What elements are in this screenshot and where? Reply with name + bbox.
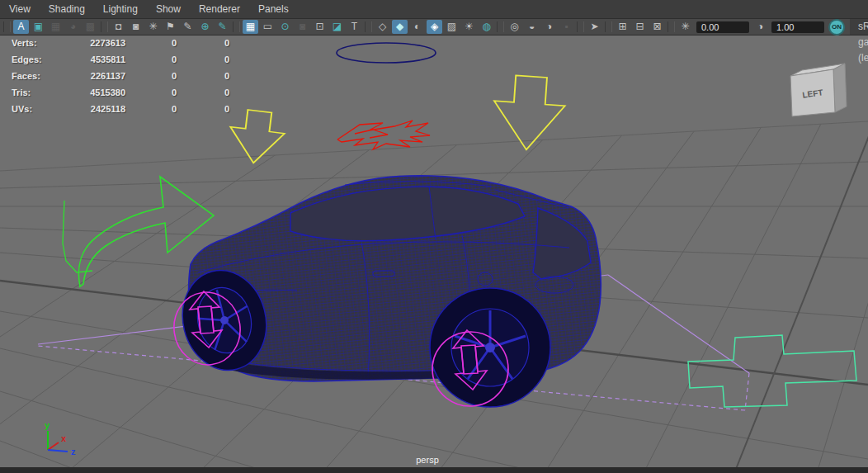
color-space-label[interactable]: sRGB gamma (legacy): [850, 19, 868, 35]
menu-view[interactable]: View: [0, 0, 40, 18]
shaded-cube-button[interactable]: ◆: [392, 20, 408, 34]
contrast-icon[interactable]: ◑: [752, 20, 768, 34]
film-gate-icon[interactable]: ▭: [260, 20, 276, 34]
hud-row-edges: Edges: 4535811 0 0: [12, 54, 229, 71]
hud-total-value: 2261137: [63, 71, 125, 88]
hud-selected-value: 0: [125, 71, 177, 88]
bookmark-icon[interactable]: ⚑: [163, 20, 178, 34]
axis-x-label: x: [61, 433, 67, 443]
menu-shading[interactable]: Shading: [40, 0, 94, 18]
toolbar-grip: [668, 21, 675, 32]
occlusion-icon[interactable]: ◑: [541, 20, 557, 34]
pencil-icon[interactable]: ✎: [215, 20, 230, 34]
menu-show[interactable]: Show: [147, 0, 190, 18]
camera-name-label: persp: [416, 455, 439, 465]
panel-menu-bar: ViewShadingLightingShowRendererPanels: [0, 0, 868, 19]
panel-toolbar: A▣▦◕▩◘◙✳⚑✎⊕✎▦▭⊙◙⊡◪T◇◆◐◈▨☀◍◎◒◑▪➤⊞⊟⊠✳ 0.00…: [0, 19, 868, 35]
hud-selected-value: 0: [125, 54, 177, 71]
gate-mask-icon[interactable]: ◙: [295, 20, 310, 34]
hud-selected-value: 0: [125, 104, 177, 121]
menu-panels[interactable]: Panels: [249, 0, 298, 18]
axis-y-label: y: [45, 420, 50, 430]
hud-total-value: 4515380: [63, 88, 125, 104]
maya-viewport-panel: LEFT y x z persp ViewShadingLightingShow…: [0, 0, 868, 473]
exposure-icon[interactable]: ✳: [677, 20, 693, 34]
panel-bottom-edge: [0, 467, 868, 473]
toolbar-grip: [3, 21, 11, 32]
hud-row-label: Verts:: [12, 38, 63, 54]
camera-settings-icon[interactable]: ✳: [145, 20, 161, 34]
field-chart-icon[interactable]: ⊡: [312, 20, 328, 34]
copy-buffer-icon[interactable]: ⊞: [615, 20, 630, 34]
wireframe-cube-icon[interactable]: ◇: [375, 20, 390, 34]
car-rear-wheel: [430, 288, 550, 407]
axis-z-label: z: [71, 447, 76, 456]
hud-component-value: 0: [177, 88, 229, 104]
wireframe-on-shaded-button[interactable]: ◈: [427, 20, 442, 34]
toolbar-grip: [577, 21, 584, 32]
toolbar-grip: [605, 21, 612, 32]
image-plane-icon[interactable]: ◪: [329, 20, 345, 34]
exposure-field[interactable]: 0.00: [696, 21, 749, 33]
hud-component-value: 0: [177, 54, 229, 71]
hud-component-value: 0: [177, 38, 229, 54]
hud-row-verts: Verts: 2273613 0 0: [12, 38, 229, 54]
grease-pencil-icon[interactable]: ✎: [180, 20, 196, 34]
view-cube[interactable]: LEFT: [790, 64, 847, 116]
lock-camera-icon[interactable]: ◙: [128, 20, 144, 34]
gamma-toggle-button[interactable]: ON: [830, 21, 843, 34]
hud-total-value: 2273613: [63, 38, 125, 54]
toolbar-grip: [101, 21, 108, 32]
hud-total-value: 4535811: [63, 54, 125, 71]
menu-renderer[interactable]: Renderer: [190, 0, 249, 18]
paste-buffer-icon[interactable]: ⊟: [632, 20, 648, 34]
hud-row-faces: Faces: 2261137 0 0: [12, 71, 229, 88]
camera-attributes-button[interactable]: A: [13, 20, 29, 34]
toolbar-grip: [497, 21, 504, 32]
frame-selection-icon[interactable]: ▦: [48, 20, 64, 34]
hud-component-value: 0: [177, 71, 229, 88]
grid-button[interactable]: ▦: [243, 20, 258, 34]
hud-selected-value: 0: [125, 38, 177, 54]
frame-all-icon[interactable]: ▣: [31, 20, 46, 34]
hud-text-icon[interactable]: T: [347, 20, 362, 34]
hud-row-label: Faces:: [12, 71, 63, 88]
zoom-region-icon[interactable]: ⊠: [649, 20, 665, 34]
select-camera-icon[interactable]: ◘: [111, 20, 126, 34]
shadows-icon[interactable]: ◒: [524, 20, 540, 34]
checker-icon[interactable]: ▨: [444, 20, 460, 34]
use-all-lights-icon[interactable]: ◎: [507, 20, 522, 34]
contrast-field[interactable]: 1.00: [771, 21, 824, 33]
hud-row-tris: Tris: 4515380 0 0: [12, 88, 229, 104]
flat-shade-icon[interactable]: ◐: [409, 20, 425, 34]
textured-icon[interactable]: ◍: [479, 20, 494, 34]
hud-component-value: 0: [177, 104, 229, 121]
hud-row-label: Edges:: [12, 54, 63, 71]
hud-row-label: Tris:: [12, 88, 63, 104]
pie-view-icon[interactable]: ◕: [65, 20, 81, 34]
isolate-select-icon[interactable]: ➤: [587, 20, 602, 34]
hud-total-value: 2425118: [63, 104, 125, 121]
resolution-gate-icon[interactable]: ⊙: [277, 20, 293, 34]
hud-selected-value: 0: [125, 88, 177, 104]
zoom-select-icon[interactable]: ⊕: [197, 20, 213, 34]
view-cube-side-face[interactable]: [833, 64, 847, 112]
menu-lighting[interactable]: Lighting: [94, 0, 147, 18]
toolbar-grip: [233, 21, 240, 32]
motion-blur-icon[interactable]: ▪: [559, 20, 574, 34]
default-light-icon[interactable]: ☀: [461, 20, 477, 34]
hud-row-uvs: UVs: 2425118 0 0: [12, 104, 229, 121]
layers-icon[interactable]: ▩: [83, 20, 98, 34]
poly-count-hud: Verts: 2273613 0 0 Edges: 4535811 0 0 Fa…: [12, 38, 229, 121]
toolbar-grip: [365, 21, 372, 32]
hud-row-label: UVs:: [12, 104, 63, 121]
